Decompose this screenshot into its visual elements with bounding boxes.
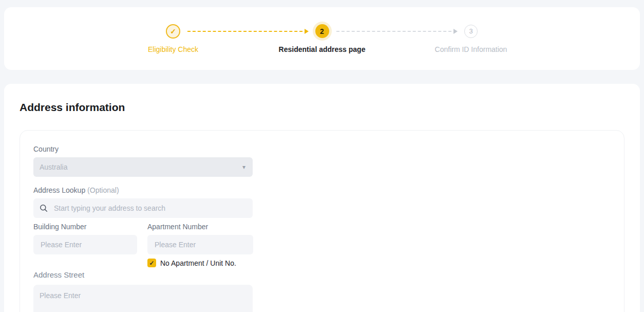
step2-label: Residential address page	[279, 45, 366, 53]
apartment-number-box	[147, 235, 253, 254]
building-number-box	[33, 235, 137, 254]
step1-circle-row: ✓	[166, 24, 180, 39]
step-residential-address: 2 Residential address page	[276, 24, 368, 53]
apartment-number-label: Apartment Number	[147, 223, 253, 231]
address-form-panel: Country Australia ▾ Address Lookup (Opti…	[20, 130, 624, 312]
country-select[interactable]: Australia ▾	[33, 157, 253, 177]
address-lookup-search-box	[33, 198, 253, 218]
step-eligibility-check: ✓ Eligibility Check	[127, 24, 219, 53]
step3-number-badge: 3	[464, 25, 478, 38]
no-apartment-checkbox-row[interactable]: ✓ No Apartment / Unit No.	[147, 259, 253, 267]
country-select-value: Australia	[40, 163, 67, 171]
country-label: Country	[33, 145, 253, 153]
checkbox-checked-icon[interactable]: ✓	[147, 259, 156, 267]
apartment-number-field-group: Apartment Number ✓ No Apartment / Unit N…	[147, 223, 253, 267]
stepper-card: ✓ Eligibility Check 2 Residential addres…	[4, 7, 640, 70]
address-lookup-label-text: Address Lookup	[33, 186, 85, 194]
step1-completed-check-icon: ✓	[166, 24, 180, 39]
address-street-input[interactable]	[33, 285, 253, 312]
step-confirm-id: 3 Confirm ID Information	[425, 24, 517, 53]
address-information-card: Address information Country Australia ▾ …	[4, 84, 640, 312]
address-street-label: Address Street	[33, 270, 611, 279]
country-field-group: Country Australia ▾	[33, 145, 253, 177]
address-lookup-optional-tag: (Optional)	[87, 186, 119, 194]
step2-circle-row: 2	[315, 24, 329, 39]
step3-label: Confirm ID Information	[435, 45, 507, 53]
step1-label: Eligibility Check	[148, 45, 198, 53]
address-lookup-search-input[interactable]	[53, 204, 247, 213]
stepper-connector-1-arrow	[187, 31, 308, 32]
address-lookup-field-group: Address Lookup (Optional)	[33, 186, 253, 218]
building-number-label: Building Number	[33, 223, 137, 231]
address-street-field-group: Address Street	[33, 270, 611, 312]
step3-circle-row: 3	[464, 24, 478, 39]
building-number-input[interactable]	[40, 240, 131, 249]
no-apartment-checkbox-label: No Apartment / Unit No.	[160, 259, 236, 267]
chevron-down-icon: ▾	[242, 164, 245, 170]
building-apartment-row: Building Number Apartment Number ✓ No Ap…	[33, 223, 611, 267]
step2-number-badge: 2	[315, 24, 329, 38]
search-icon	[40, 204, 48, 212]
page-title: Address information	[20, 101, 624, 114]
stepper-connector-2-arrow	[336, 31, 457, 32]
apartment-number-input[interactable]	[154, 240, 247, 249]
stepper: ✓ Eligibility Check 2 Residential addres…	[127, 24, 517, 53]
building-number-field-group: Building Number	[33, 223, 137, 267]
address-lookup-label: Address Lookup (Optional)	[33, 186, 253, 194]
